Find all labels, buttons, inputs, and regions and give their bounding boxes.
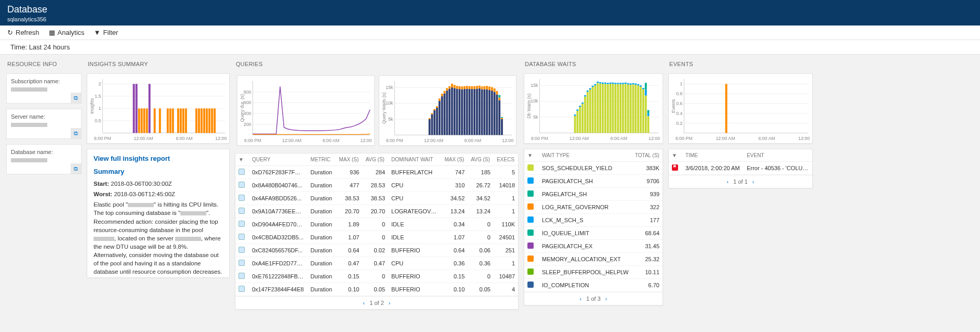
subscription-popout-button[interactable]: ⧉ — [71, 93, 81, 103]
table-row[interactable]: IO_QUEUE_LIMIT68.64 — [524, 227, 663, 240]
table-row[interactable]: 0xC824056576DF...Duration0.640.02BUFFERI… — [235, 244, 518, 257]
cell-avg: 0 — [362, 218, 388, 231]
filter-column-icon[interactable]: ▼ — [524, 149, 539, 162]
table-row[interactable]: 0x4CBDAD32DB5...Duration1.070IDLE1.07024… — [235, 231, 518, 244]
svg-rect-20 — [146, 108, 148, 133]
events-pager-prev[interactable]: ‹ — [724, 178, 732, 185]
svg-rect-105 — [476, 89, 478, 135]
database-value-redacted — [11, 158, 47, 162]
svg-text:6:00 AM: 6:00 AM — [465, 138, 481, 143]
events-chart-card[interactable]: 0.20.40.60.816:00 PM12:00 AM6:00 AM12:00… — [668, 73, 813, 144]
svg-rect-118 — [491, 87, 493, 91]
query-duration-chart-card[interactable]: 2004006008006:00 PM12:00 AM6:00 AM12:00 … — [237, 75, 375, 146]
worst-value: 2018-03-06T12:45:00Z — [114, 191, 175, 197]
filter-column-icon[interactable]: ▼ — [669, 149, 682, 162]
table-row[interactable]: LCK_M_SCH_S177 — [524, 214, 663, 227]
svg-rect-36 — [208, 108, 210, 133]
cell-execs: 14018 — [494, 179, 518, 192]
svg-rect-171 — [610, 83, 612, 84]
th-max[interactable]: MAX (S) — [336, 154, 362, 166]
svg-text:12:00 PM: 12:00 PM — [215, 136, 228, 141]
query-waits-chart-card[interactable]: 5k10k15k6:00 PM12:00 AM6:00 AM12:00 PMQu… — [379, 75, 517, 146]
svg-text:0.8: 0.8 — [676, 91, 682, 96]
table-row[interactable]: IO_COMPLETION6.70 — [524, 279, 663, 292]
cell-davg: 185 — [468, 166, 494, 179]
queries-pager-next[interactable]: › — [386, 300, 394, 306]
svg-rect-173 — [612, 83, 614, 84]
table-row[interactable]: 0xE761222848FB8DDuration0.150BUFFERIO0.1… — [235, 270, 518, 283]
th-execs[interactable]: EXECS — [494, 154, 518, 166]
refresh-icon: ↻ — [7, 29, 13, 36]
database-popout-button[interactable]: ⧉ — [71, 163, 81, 174]
th-event[interactable]: EVENT — [744, 149, 812, 162]
svg-rect-158 — [594, 85, 597, 133]
table-row[interactable]: SOS_SCHEDULER_YIELD383K — [524, 162, 663, 175]
query-icon — [239, 234, 245, 240]
svg-rect-28 — [180, 108, 182, 133]
wait-type-icon — [527, 269, 534, 275]
server-popout-button[interactable]: ⧉ — [71, 128, 81, 138]
th-dmax[interactable]: MAX (S) — [441, 154, 468, 166]
table-row[interactable]: SLEEP_BUFFERPOOL_HELPLW10.11 — [524, 266, 663, 279]
svg-rect-18 — [141, 108, 143, 133]
svg-rect-86 — [451, 84, 453, 87]
svg-rect-78 — [441, 94, 443, 96]
svg-rect-159 — [594, 84, 597, 85]
filter-column-icon[interactable]: ▼ — [235, 154, 249, 166]
table-row[interactable]: LOG_RATE_GOVERNOR322 — [524, 201, 663, 214]
th-waittype[interactable]: WAIT TYPE — [539, 149, 632, 162]
svg-rect-144 — [576, 111, 578, 133]
svg-rect-102 — [471, 86, 473, 89]
svg-text:15k: 15k — [386, 85, 393, 90]
table-row[interactable]: 0x9A10A7736EED...Duration20.7020.70LOGRA… — [235, 205, 518, 218]
time-range-bar[interactable]: Time: Last 24 hours — [0, 40, 980, 55]
insights-column: INSIGHTS SUMMARY 0.511.526:00 PM12:00 AM… — [87, 60, 230, 278]
table-row[interactable]: 0x4AFA9BDD526...Duration38.5338.53CPU34.… — [235, 192, 518, 205]
th-metric[interactable]: METRIC — [308, 154, 336, 166]
th-avg[interactable]: AVG (S) — [362, 154, 388, 166]
table-row[interactable]: 0x147F23844F44E8Duration0.100.05BUFFERIO… — [235, 283, 518, 296]
analytics-button[interactable]: ▦ Analytics — [49, 29, 85, 36]
svg-rect-122 — [496, 91, 498, 95]
table-row[interactable]: 0xD762F283F7FBF5Duration936284BUFFERLATC… — [235, 166, 518, 179]
table-row[interactable]: MEMORY_ALLOCATION_EXT25.32 — [524, 253, 663, 266]
events-pager-next[interactable]: › — [749, 178, 758, 185]
row-icon-cell — [235, 205, 249, 218]
svg-rect-67 — [429, 119, 431, 135]
svg-rect-156 — [592, 87, 594, 133]
events-chart: 0.20.40.60.816:00 PM12:00 AM6:00 AM12:00… — [670, 76, 811, 142]
svg-text:12:00 AM: 12:00 AM — [282, 138, 301, 143]
th-time[interactable]: TIME — [682, 149, 744, 162]
table-row[interactable]: PAGEIOLATCH_SH9706 — [524, 175, 663, 188]
svg-text:0.4: 0.4 — [676, 111, 682, 116]
waits-pager-prev[interactable]: ‹ — [577, 296, 585, 302]
waits-pager-next[interactable]: › — [602, 296, 611, 302]
refresh-button[interactable]: ↻ Refresh — [7, 29, 39, 36]
cell-execs: 1 — [494, 257, 518, 270]
table-row[interactable]: 0x8A480B040746...Duration47728.53CPU3102… — [235, 179, 518, 192]
svg-rect-17 — [138, 108, 140, 133]
svg-rect-186 — [630, 85, 632, 133]
svg-rect-160 — [597, 83, 599, 133]
cell-waittype: LOG_RATE_GOVERNOR — [539, 201, 632, 214]
th-davg[interactable]: AVG (S) — [468, 154, 494, 166]
th-total[interactable]: TOTAL (S) — [632, 149, 663, 162]
db-waits-chart-card[interactable]: 5k10k15k6:00 PM12:00 AM6:00 AM12:00 PMDb… — [524, 73, 663, 144]
filter-button[interactable]: ▼ Filter — [94, 29, 118, 36]
insights-chart-card[interactable]: 0.511.526:00 PM12:00 AM6:00 AM12:00 PMIn… — [87, 73, 230, 144]
cell-total: 10.11 — [632, 266, 663, 279]
queries-pager-prev[interactable]: ‹ — [360, 300, 368, 306]
table-row[interactable]: 0xA4E1FFD2D77C...Duration0.470.47CPU0.36… — [235, 257, 518, 270]
svg-rect-21 — [149, 84, 151, 133]
table-row[interactable]: 0xD904A4FED700...Duration1.890IDLE0.3401… — [235, 218, 518, 231]
th-query[interactable]: QUERY — [249, 154, 308, 166]
th-domwait[interactable]: DOMINANT WAIT — [388, 154, 441, 166]
cell-dmax: 0.36 — [441, 257, 468, 270]
view-full-insights-link[interactable]: View full insights report — [94, 155, 223, 162]
cell-metric: Duration — [308, 192, 336, 205]
query-icon — [239, 286, 245, 292]
table-row[interactable]: PAGELATCH_SH939 — [524, 188, 663, 201]
cell-avg: 0.05 — [362, 283, 388, 296]
table-row[interactable]: PAGEIOLATCH_EX31.45 — [524, 240, 663, 253]
table-row[interactable]: 3/6/2018, 2:00:20 AMError - 40536 - 'COL… — [669, 162, 812, 175]
